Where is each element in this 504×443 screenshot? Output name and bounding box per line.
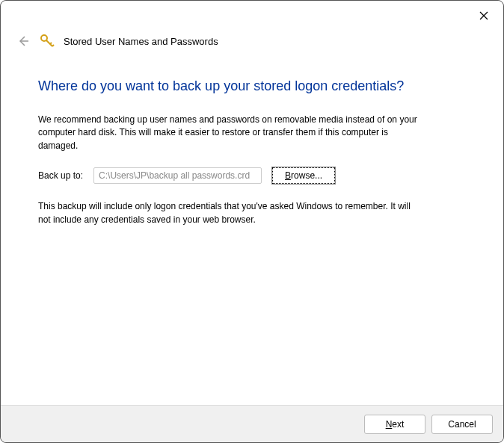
close-button[interactable] — [472, 5, 496, 26]
backup-label: Back up to: — [38, 170, 83, 181]
header-title: Stored User Names and Passwords — [64, 36, 218, 47]
cancel-button[interactable]: Cancel — [431, 415, 493, 434]
backup-row: Back up to: Browse... — [38, 167, 466, 184]
header-row: Stored User Names and Passwords — [1, 28, 503, 58]
backup-path-input[interactable] — [93, 167, 262, 184]
browse-button[interactable]: Browse... — [272, 167, 335, 184]
browse-accel: B — [285, 170, 291, 181]
wizard-window: Stored User Names and Passwords Where do… — [0, 0, 504, 443]
browse-rest: rowse... — [291, 170, 322, 181]
back-button — [16, 34, 31, 49]
intro-paragraph: We recommend backing up user names and p… — [38, 114, 420, 152]
svg-line-6 — [52, 45, 54, 46]
key-icon — [40, 34, 55, 49]
back-arrow-icon — [17, 35, 29, 47]
main-heading: Where do you want to back up your stored… — [38, 78, 466, 94]
content-area: Where do you want to back up your stored… — [1, 58, 503, 405]
note-paragraph: This backup will include only logon cred… — [38, 200, 420, 226]
svg-line-5 — [50, 43, 52, 44]
footer-bar: Next Cancel — [1, 405, 503, 442]
titlebar — [1, 1, 503, 28]
close-icon — [479, 11, 488, 20]
next-button[interactable]: Next — [364, 415, 425, 434]
svg-point-3 — [41, 35, 47, 41]
next-rest: ext — [392, 419, 404, 430]
